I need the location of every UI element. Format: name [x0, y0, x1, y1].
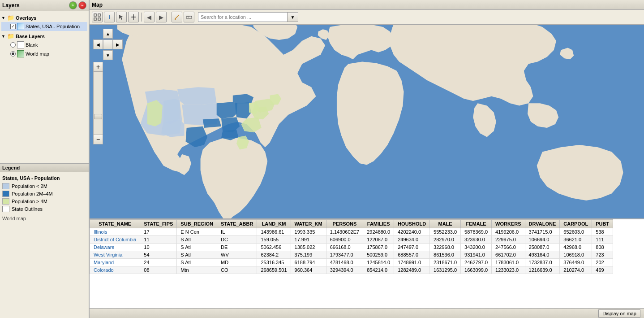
base-layers-header[interactable]: ▼ 📁 Base Layers — [1, 32, 87, 40]
legend-item-2m4m: Population 2M–4M — [2, 191, 86, 197]
layer-states-usa[interactable]: ✓ States, USA - Population — [1, 22, 87, 31]
info-button[interactable]: i — [104, 12, 115, 22]
layer-states-icon — [17, 23, 24, 30]
search-input[interactable] — [198, 12, 288, 22]
table-cell: 2318671.0 — [430, 259, 461, 266]
pan-button[interactable] — [128, 12, 139, 22]
zoom-in-button[interactable]: + — [93, 62, 103, 72]
table-cell: 10 — [140, 244, 177, 251]
display-on-map-button[interactable]: Display on map — [598, 309, 640, 318]
table-cell: 469 — [592, 266, 613, 274]
legend-label-lt2m: Population < 2M — [12, 183, 47, 189]
col-drvalone[interactable]: DRVALONE — [525, 220, 560, 228]
left-panel: Layers + − ▼ 📁 Overlays ✓ — [0, 0, 90, 318]
table-cell: 5878369.0 — [461, 228, 492, 236]
measure-button[interactable] — [184, 12, 194, 22]
table-cell: IL — [217, 228, 257, 236]
table-cell[interactable]: Illinois — [90, 228, 140, 236]
layers-header: Layers + − — [0, 0, 89, 11]
table-row[interactable]: Colorado08MtnCO268659.501960.3643294394.… — [90, 266, 613, 274]
legend-swatch-gt4m — [2, 198, 9, 205]
pan-right-button[interactable]: ▶ — [113, 39, 123, 49]
table-cell[interactable]: Maryland — [90, 259, 140, 266]
table-row[interactable]: Maryland24S AtlMD25316.3456188.794478146… — [90, 259, 613, 266]
col-state-fips[interactable]: STATE_FIPS — [140, 220, 177, 228]
forward-button[interactable]: ▶ — [156, 12, 167, 22]
table-row[interactable]: Illinois17E N CenIL143986.611993.3351.14… — [90, 228, 613, 236]
layer-world-map[interactable]: World map — [1, 49, 87, 58]
table-cell: 1216639.0 — [525, 266, 560, 274]
pan-down-button[interactable]: ▼ — [103, 50, 113, 60]
col-houshold[interactable]: HOUSHOLD — [394, 220, 430, 228]
zoom-slider-track[interactable] — [93, 72, 103, 135]
legend-title: Legend — [0, 164, 89, 172]
table-cell: 3294394.0 — [326, 266, 363, 274]
legend-item-outline: State Outlines — [2, 206, 86, 212]
zoom-extent-button[interactable] — [92, 12, 103, 22]
table-cell: S Atl — [177, 236, 217, 244]
col-state-abbr[interactable]: STATE_ABBR — [217, 220, 257, 228]
table-cell: 375.199 — [291, 251, 326, 259]
table-cell[interactable]: District of Columbia — [90, 236, 140, 244]
draw-button[interactable] — [172, 12, 182, 22]
col-workers[interactable]: WORKERS — [492, 220, 525, 228]
layer-blank-radio[interactable] — [10, 42, 16, 48]
layer-blank[interactable]: Blank — [1, 40, 87, 49]
select-button[interactable] — [116, 12, 127, 22]
col-water-km[interactable]: WATER_KM — [291, 220, 326, 228]
table-cell: 17 — [140, 228, 177, 236]
zoom-out-button[interactable]: − — [93, 135, 103, 144]
remove-layer-button[interactable]: − — [78, 1, 86, 9]
table-header-row: STATE_NAME STATE_FIPS SUB_REGION STATE_A… — [90, 220, 613, 228]
data-table: STATE_NAME STATE_FIPS SUB_REGION STATE_A… — [90, 219, 613, 274]
pan-left-button[interactable]: ◀ — [93, 39, 103, 49]
zoom-slider-thumb[interactable] — [94, 114, 102, 119]
table-cell: S Atl — [177, 251, 217, 259]
back-button[interactable]: ◀ — [144, 12, 155, 22]
table-cell[interactable]: Delaware — [90, 244, 140, 251]
map-area[interactable]: ▲ ◀ ▶ ▼ — [90, 25, 644, 218]
table-cell: 323930.0 — [461, 236, 492, 244]
toolbar-sep1 — [141, 13, 142, 22]
pan-up-button[interactable]: ▲ — [103, 29, 113, 39]
table-cell: 143986.61 — [257, 228, 291, 236]
table-cell: 249634.0 — [394, 236, 430, 244]
col-state-name[interactable]: STATE_NAME — [90, 220, 140, 228]
table-row[interactable]: District of Columbia11S AtlDC159.05517.9… — [90, 236, 613, 244]
main-body: Layers + − ▼ 📁 Overlays ✓ — [0, 0, 644, 318]
table-row[interactable]: West Virginia54S AtlWV62384.2375.1991793… — [90, 251, 613, 259]
table-cell: S Atl — [177, 259, 217, 266]
app-container: Layers + − ▼ 📁 Overlays ✓ — [0, 0, 644, 318]
table-cell: 808 — [592, 244, 613, 251]
table-cell: 08 — [140, 266, 177, 274]
map-title: Map — [92, 2, 103, 8]
table-cell: DE — [217, 244, 257, 251]
table-cell[interactable]: Colorado — [90, 266, 140, 274]
table-cell[interactable]: West Virginia — [90, 251, 140, 259]
table-cell: 258087.0 — [525, 244, 560, 251]
legend-section: Legend States, USA - Population Populati… — [0, 163, 89, 318]
layer-world-radio[interactable] — [10, 51, 16, 57]
col-sub-region[interactable]: SUB_REGION — [177, 220, 217, 228]
table-cell: DC — [217, 236, 257, 244]
table-cell: 3741715.0 — [525, 228, 560, 236]
table-cell: 4202240.0 — [394, 228, 430, 236]
search-dropdown-button[interactable]: ▼ — [288, 12, 298, 22]
table-cell: 62384.2 — [257, 251, 291, 259]
col-families[interactable]: FAMILIES — [363, 220, 394, 228]
col-land-km[interactable]: LAND_KM — [257, 220, 291, 228]
data-table-area[interactable]: STATE_NAME STATE_FIPS SUB_REGION STATE_A… — [90, 218, 644, 308]
col-male[interactable]: MALE — [430, 220, 461, 228]
col-female[interactable]: FEMALE — [461, 220, 492, 228]
table-row[interactable]: Delaware10S AtlDE5062.4561385.022666168.… — [90, 244, 613, 251]
col-carpool[interactable]: CARPOOL — [560, 220, 592, 228]
layer-states-checkbox[interactable]: ✓ — [10, 24, 16, 29]
add-layer-button[interactable]: + — [69, 1, 77, 9]
overlays-header[interactable]: ▼ 📁 Overlays — [1, 13, 87, 22]
col-pubt[interactable]: PUBT — [592, 220, 613, 228]
table-cell: 322968.0 — [430, 244, 461, 251]
table-cell: 960.364 — [291, 266, 326, 274]
table-cell: 36621.0 — [560, 236, 592, 244]
layer-blank-label: Blank — [26, 42, 38, 48]
col-persons[interactable]: PERSONS — [326, 220, 363, 228]
